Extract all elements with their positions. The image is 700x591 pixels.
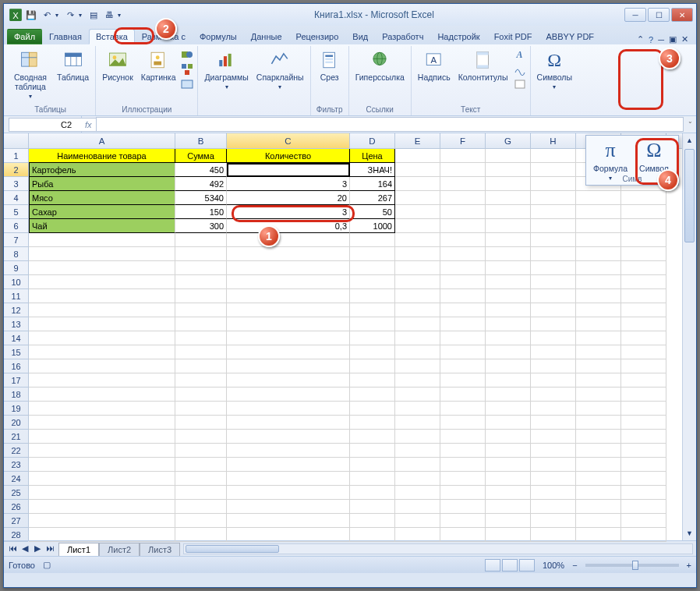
cell-H7[interactable]: [531, 233, 576, 247]
cell-J7[interactable]: [621, 233, 666, 247]
cell-H9[interactable]: [531, 261, 576, 275]
cell-H2[interactable]: [531, 163, 576, 177]
cell-A22[interactable]: [29, 444, 175, 458]
cell-E23[interactable]: [395, 458, 440, 472]
cell-A4[interactable]: Мясо: [29, 191, 175, 205]
cell-C8[interactable]: [227, 247, 350, 261]
col-header-G[interactable]: G: [486, 133, 531, 148]
cell-E5[interactable]: [395, 205, 440, 219]
cell-A15[interactable]: [29, 345, 175, 359]
cell-J25[interactable]: [621, 486, 666, 500]
cell-J6[interactable]: [621, 219, 666, 233]
cell-H26[interactable]: [531, 500, 576, 514]
cell-A3[interactable]: Рыба: [29, 177, 175, 191]
zoom-in-icon[interactable]: +: [687, 561, 691, 570]
cell-A20[interactable]: [29, 416, 175, 430]
cell-A10[interactable]: [29, 275, 175, 289]
picture-button[interactable]: Рисунок: [99, 48, 136, 83]
row-header-13[interactable]: 13: [4, 317, 28, 331]
cell-I25[interactable]: [576, 486, 621, 500]
cell-D28[interactable]: [350, 528, 395, 542]
cell-H20[interactable]: [531, 416, 576, 430]
cell-I7[interactable]: [576, 233, 621, 247]
cell-F21[interactable]: [440, 430, 486, 444]
cell-B15[interactable]: [175, 345, 227, 359]
cell-C19[interactable]: [227, 402, 350, 416]
cell-D2[interactable]: ЗНАЧ!: [350, 163, 395, 177]
redo-drop-icon[interactable]: ▾: [79, 12, 85, 19]
cell-J9[interactable]: [621, 261, 666, 275]
cell-A7[interactable]: [29, 233, 175, 247]
col-header-D[interactable]: D: [350, 133, 395, 148]
cell-A28[interactable]: [29, 528, 175, 542]
cell-D10[interactable]: [350, 275, 395, 289]
cell-B1[interactable]: Сумма: [175, 149, 227, 163]
zoom-value[interactable]: 100%: [543, 561, 564, 570]
cell-E21[interactable]: [395, 430, 440, 444]
cell-J23[interactable]: [621, 458, 666, 472]
cell-D24[interactable]: [350, 472, 395, 486]
row-header-16[interactable]: 16: [4, 359, 28, 373]
cell-C20[interactable]: [227, 416, 350, 430]
cell-F28[interactable]: [440, 528, 486, 542]
cell-B13[interactable]: [175, 317, 227, 331]
cell-E25[interactable]: [395, 486, 440, 500]
cell-E7[interactable]: [395, 233, 440, 247]
cell-D25[interactable]: [350, 486, 395, 500]
smartart-icon[interactable]: [180, 62, 194, 76]
cell-A6[interactable]: Чай: [29, 219, 175, 233]
fbar-expand-icon[interactable]: ⌄: [684, 116, 696, 133]
table-button[interactable]: Таблица: [54, 48, 92, 83]
col-header-B[interactable]: B: [175, 133, 227, 148]
cell-E4[interactable]: [395, 191, 440, 205]
tab-abbyy pdf[interactable]: ABBYY PDF: [539, 29, 602, 44]
cell-F19[interactable]: [440, 402, 486, 416]
cell-E14[interactable]: [395, 331, 440, 345]
wordart-icon[interactable]: A: [513, 48, 527, 62]
cell-G4[interactable]: [486, 191, 531, 205]
cell-C16[interactable]: [227, 359, 350, 373]
row-header-1[interactable]: 1: [4, 149, 28, 163]
cell-H17[interactable]: [531, 373, 576, 388]
formula-bar[interactable]: [96, 117, 684, 132]
cell-E16[interactable]: [395, 359, 440, 373]
cell-A19[interactable]: [29, 402, 175, 416]
cell-A9[interactable]: [29, 261, 175, 275]
cell-B10[interactable]: [175, 275, 227, 289]
cell-F5[interactable]: [440, 205, 486, 219]
tab-главная[interactable]: Главная: [42, 29, 89, 44]
row-header-6[interactable]: 6: [4, 219, 28, 233]
cell-B26[interactable]: [175, 500, 227, 514]
cell-E13[interactable]: [395, 317, 440, 331]
cell-A26[interactable]: [29, 500, 175, 514]
cell-G9[interactable]: [486, 261, 531, 275]
clipart-button[interactable]: Картинка: [138, 48, 179, 83]
slicer-button[interactable]: Срез: [314, 48, 345, 83]
doc-close-icon[interactable]: ✕: [681, 34, 688, 44]
cell-C9[interactable]: [227, 261, 350, 275]
cell-J20[interactable]: [621, 416, 666, 430]
cell-G11[interactable]: [486, 289, 531, 303]
cell-B22[interactable]: [175, 444, 227, 458]
col-header-F[interactable]: F: [440, 133, 486, 148]
row-header-11[interactable]: 11: [4, 289, 28, 303]
cell-G12[interactable]: [486, 303, 531, 317]
row-header-4[interactable]: 4: [4, 191, 28, 205]
cell-F11[interactable]: [440, 289, 486, 303]
macro-rec-icon[interactable]: ▢: [43, 560, 51, 570]
tab-file[interactable]: Файл: [7, 29, 42, 44]
col-header-A[interactable]: A: [29, 133, 175, 148]
cell-D1[interactable]: Цена: [350, 149, 395, 163]
sheet-tab-Лист1[interactable]: Лист1: [58, 543, 99, 556]
cell-F6[interactable]: [440, 219, 486, 233]
cell-E15[interactable]: [395, 345, 440, 359]
cell-D3[interactable]: 164: [350, 177, 395, 191]
cell-D6[interactable]: 1000: [350, 219, 395, 233]
cell-I10[interactable]: [576, 275, 621, 289]
cell-I22[interactable]: [576, 444, 621, 458]
cell-E11[interactable]: [395, 289, 440, 303]
cell-A17[interactable]: [29, 373, 175, 388]
cell-B21[interactable]: [175, 430, 227, 444]
cell-C12[interactable]: [227, 303, 350, 317]
cell-G1[interactable]: [486, 149, 531, 163]
